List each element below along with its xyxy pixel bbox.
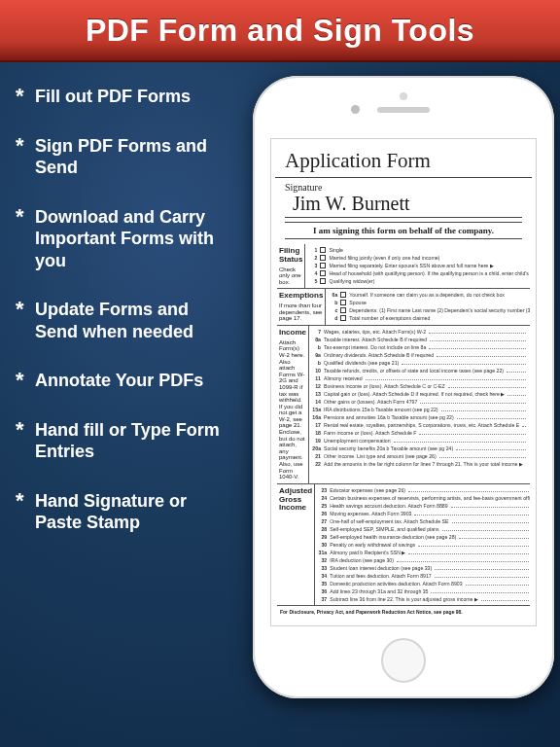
form-line[interactable]: 33Student loan interest deduction (see p… xyxy=(317,564,530,572)
sensor-dot-icon xyxy=(400,92,407,100)
form-line[interactable]: bQualified dividends (see page 21)b xyxy=(311,359,530,367)
line-number: 37 xyxy=(317,596,327,602)
form-line[interactable]: bSpouse xyxy=(328,299,530,306)
line-number: 7 xyxy=(311,329,321,335)
form-line[interactable]: dTotal number of exemptions claimed xyxy=(328,314,530,322)
form-line[interactable]: 24Certain business expenses of reservist… xyxy=(317,494,530,502)
form-line[interactable]: 27One-half of self-employment tax. Attac… xyxy=(317,517,530,525)
form-line[interactable]: cDependents: (1) First name Last name (2… xyxy=(328,306,530,314)
form-line[interactable]: 3Married filing separately. Enter spouse… xyxy=(307,262,530,269)
form-line[interactable]: 15aIRA distributions 15a b Taxable amoun… xyxy=(311,406,530,413)
form-line[interactable]: 30Penalty on early withdrawal of savings… xyxy=(317,541,530,549)
checkbox-icon[interactable] xyxy=(340,315,346,321)
form-line[interactable]: 26Moving expenses. Attach Form 390326 xyxy=(317,510,530,517)
line-text: Penalty on early withdrawal of savings xyxy=(330,542,415,548)
line-number: 17 xyxy=(311,422,321,428)
form-line[interactable]: 23Educator expenses (see page 26)23 xyxy=(317,486,530,494)
form-line[interactable]: 37Subtract line 36 from line 22. This is… xyxy=(317,595,530,603)
amount-line-number: 17 xyxy=(529,422,530,428)
line-text: Wages, salaries, tips, etc. Attach Form(… xyxy=(324,329,426,335)
form-line[interactable]: 12Business income or (loss). Attach Sche… xyxy=(311,382,530,390)
leader-dots xyxy=(394,439,526,443)
feature-list: Fill out PDF Forms Sign PDF Forms and Se… xyxy=(0,62,243,747)
form-line[interactable]: 18Farm income or (loss). Attach Schedule… xyxy=(311,429,530,437)
checkbox-icon[interactable] xyxy=(340,292,346,298)
amount-line-number: 7 xyxy=(529,329,530,335)
form-line[interactable]: 4Head of household (with qualifying pers… xyxy=(307,269,530,277)
form-line[interactable]: 36Add lines 23 through 31a and 32 throug… xyxy=(317,587,530,595)
form-line[interactable]: 11Alimony received11 xyxy=(311,374,530,382)
form-line[interactable]: 7Wages, salaries, tips, etc. Attach Form… xyxy=(311,328,530,336)
leader-dots xyxy=(397,558,530,562)
form-line[interactable]: 14Other gains or (losses). Attach Form 4… xyxy=(311,398,530,406)
form-line[interactable]: 1Single xyxy=(307,246,530,254)
checkbox-icon[interactable] xyxy=(320,247,326,253)
checkbox-icon[interactable] xyxy=(340,300,346,305)
form-line[interactable]: 5Qualifying widow(er) xyxy=(307,277,530,285)
line-text: Educator expenses (see page 26) xyxy=(330,487,405,493)
form-line[interactable]: 35Domestic production activities deducti… xyxy=(317,580,530,587)
checkbox-icon[interactable] xyxy=(340,307,346,313)
speaker-slot-icon xyxy=(377,107,430,113)
section-subtext: If more than four dependents, see page 1… xyxy=(279,302,323,322)
section-filing-status: Filing Status Check only one box. 1Singl… xyxy=(277,244,530,289)
line-number: 12 xyxy=(311,383,321,389)
line-number: 26 xyxy=(317,511,327,516)
leader-dots xyxy=(435,566,530,570)
amount-line-number: 10 xyxy=(529,368,530,374)
line-text: Qualified dividends (see page 21) xyxy=(324,360,399,366)
form-line[interactable]: 32IRA deduction (see page 30)32 xyxy=(317,556,530,564)
leader-dots xyxy=(430,338,526,341)
amount-line-number: b xyxy=(529,344,530,350)
form-line[interactable]: bTax-exempt interest. Do not include on … xyxy=(311,343,530,351)
line-text: Single xyxy=(329,247,342,253)
form-line[interactable]: 2Married filing jointly (even if only on… xyxy=(307,254,530,262)
form-line[interactable]: 16aPensions and annuities 16a b Taxable … xyxy=(311,413,530,421)
form-line[interactable]: 17Rental real estate, royalties, partner… xyxy=(311,421,530,429)
checkbox-icon[interactable] xyxy=(320,255,326,261)
line-text: Domestic production activities deduction… xyxy=(330,581,462,587)
form-line[interactable]: 19Unemployment compensation19 xyxy=(311,437,530,445)
checkbox-icon[interactable] xyxy=(320,263,326,268)
line-number: 21 xyxy=(311,453,321,459)
leader-dots xyxy=(414,512,530,516)
checkbox-icon[interactable] xyxy=(320,270,326,276)
line-number: 24 xyxy=(317,495,327,501)
form-line[interactable]: 22Add the amounts in the far right colum… xyxy=(311,460,530,468)
form-line[interactable]: 20aSocial security benefits 20a b Taxabl… xyxy=(311,445,530,452)
line-number: 22 xyxy=(311,461,321,467)
line-number: 32 xyxy=(317,557,327,563)
section-exemptions: Exemptions If more than four dependents,… xyxy=(277,289,530,326)
line-number: 6a xyxy=(328,292,337,298)
line-text: Married filing jointly (even if only one… xyxy=(329,255,439,261)
form-line[interactable]: 10Taxable refunds, credits, or offsets o… xyxy=(311,367,530,374)
line-number: 16a xyxy=(311,414,321,420)
amount-line-number: 11 xyxy=(529,375,530,381)
section-subtext: Attach Form(s) W-2 here. Also attach For… xyxy=(279,339,306,480)
leader-dots xyxy=(429,345,526,349)
checkbox-icon[interactable] xyxy=(320,278,326,284)
form-line[interactable]: 29Self-employed health insurance deducti… xyxy=(317,533,530,541)
form-line[interactable]: 34Tuition and fees deduction. Attach For… xyxy=(317,572,530,580)
feature-item: Hand Signature or Paste Stamp xyxy=(16,490,235,534)
line-text: Other income. List type and amount (see … xyxy=(324,453,437,459)
line-number: 36 xyxy=(317,588,327,594)
document-title: Application Form xyxy=(275,143,532,178)
disclosure-text: For Disclosure, Privacy Act, and Paperwo… xyxy=(277,605,530,618)
line-text: Capital gain or (loss). Attach Schedule … xyxy=(324,391,505,397)
form-line[interactable]: 21Other income. List type and amount (se… xyxy=(311,452,530,460)
form-line[interactable]: 8aTaxable interest. Attach Schedule B if… xyxy=(311,336,530,343)
form-line[interactable]: 13Capital gain or (loss). Attach Schedul… xyxy=(311,390,530,398)
line-text: Rental real estate, royalties, partnersh… xyxy=(324,422,519,428)
form-line[interactable]: 28Self-employed SEP, SIMPLE, and qualifi… xyxy=(317,525,530,533)
pdf-document[interactable]: Application Form Signature Jim W. Burnet… xyxy=(275,143,532,622)
form-line[interactable]: 6aYourself. If someone can claim you as … xyxy=(328,291,530,299)
line-text: Pensions and annuities 16a b Taxable amo… xyxy=(324,414,454,420)
form-line[interactable]: 25Health savings account deduction. Atta… xyxy=(317,502,530,510)
form-line[interactable]: 9aOrdinary dividends. Attach Schedule B … xyxy=(311,351,530,359)
leader-dots xyxy=(448,384,526,388)
signature-field[interactable]: Jim W. Burnett xyxy=(285,193,522,218)
leader-dots xyxy=(441,408,526,411)
form-line[interactable]: 31aAlimony paid b Recipient's SSN ▶31a xyxy=(317,549,530,556)
line-text: Tuition and fees deduction. Attach Form … xyxy=(330,573,432,579)
